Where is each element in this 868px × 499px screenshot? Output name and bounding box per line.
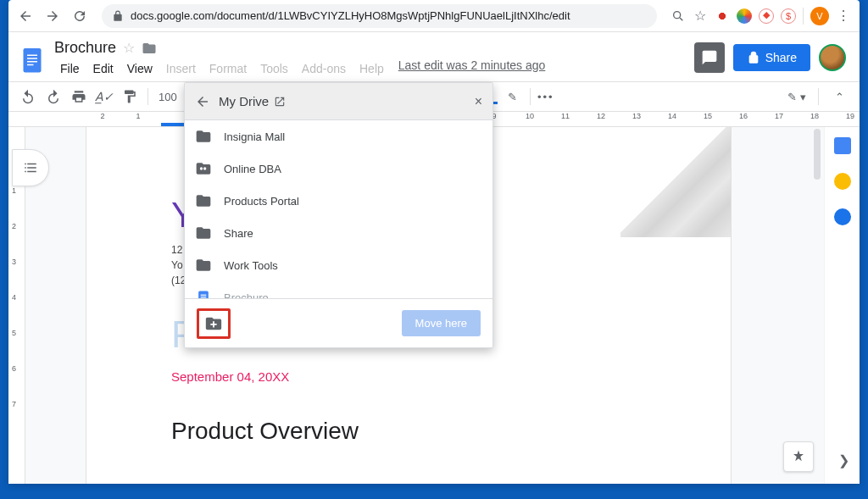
folder-item[interactable]: Brochure — [185, 281, 492, 298]
svg-rect-4 — [27, 58, 37, 59]
chrome-menu-icon[interactable]: ⋮ — [836, 8, 851, 24]
tasks-icon[interactable] — [834, 208, 851, 225]
keep-icon[interactable] — [834, 173, 851, 190]
share-label: Share — [765, 51, 797, 64]
profile-avatar[interactable]: V — [810, 7, 829, 25]
menu-addons[interactable]: Add-ons — [296, 58, 352, 79]
move-dialog: My Drive × Insignia MallOnline DBAProduc… — [184, 82, 493, 348]
move-here-button[interactable]: Move here — [402, 310, 481, 336]
redo-button[interactable] — [42, 86, 64, 108]
star-outline-icon[interactable]: ☆ — [123, 40, 135, 56]
forward-button[interactable] — [41, 4, 64, 28]
menu-edit[interactable]: Edit — [87, 58, 120, 79]
folder-item[interactable]: Work Tools — [185, 249, 492, 281]
undo-button[interactable] — [17, 86, 39, 108]
svg-point-8 — [203, 167, 206, 169]
move-dialog-title: My Drive — [219, 94, 269, 108]
zoom-select[interactable]: 100 — [155, 91, 181, 103]
folder-item[interactable]: Insignia Mall — [185, 120, 492, 152]
svg-point-7 — [200, 167, 203, 169]
menu-insert[interactable]: Insert — [160, 58, 202, 79]
folder-item[interactable]: Products Portal — [185, 185, 492, 217]
menu-format[interactable]: Format — [203, 58, 253, 79]
svg-rect-2 — [24, 48, 42, 73]
menu-file[interactable]: File — [54, 58, 86, 79]
open-drive-icon[interactable] — [274, 96, 286, 108]
star-icon[interactable]: ☆ — [693, 8, 708, 24]
lock-icon — [112, 10, 124, 22]
highlight-button[interactable]: ✎ — [501, 86, 523, 108]
menu-view[interactable]: View — [121, 58, 159, 79]
paint-format-button[interactable] — [119, 86, 141, 108]
editing-mode-button[interactable]: ✎ ▾ — [786, 86, 808, 108]
svg-rect-11 — [201, 297, 207, 297]
url-text: docs.google.com/document/d/1LWBvCYIYZLHy… — [131, 9, 570, 22]
docs-logo-icon[interactable] — [17, 41, 47, 81]
print-button[interactable] — [68, 86, 90, 108]
menu-tools[interactable]: Tools — [254, 58, 294, 79]
section-heading: Product Overview — [171, 418, 646, 445]
comments-button[interactable] — [694, 42, 725, 73]
menu-help[interactable]: Help — [353, 58, 390, 79]
svg-rect-3 — [27, 55, 37, 57]
url-bar[interactable]: docs.google.com/document/d/1LWBvCYIYZLHy… — [102, 4, 657, 28]
folder-icon[interactable] — [142, 41, 157, 56]
share-button[interactable]: Share — [733, 44, 810, 71]
calendar-icon[interactable] — [834, 137, 851, 154]
new-folder-button[interactable] — [197, 308, 231, 339]
document-title[interactable]: Brochure — [54, 39, 116, 57]
decorative-corner — [620, 127, 731, 237]
close-button[interactable]: × — [475, 94, 482, 109]
last-edit-link[interactable]: Last edit was 2 minutes ago — [398, 58, 546, 79]
document-date: September 04, 20XX — [171, 369, 646, 384]
svg-point-0 — [674, 11, 681, 18]
svg-line-1 — [680, 18, 682, 20]
svg-rect-6 — [27, 64, 34, 66]
svg-rect-5 — [27, 61, 37, 63]
collapse-toolbar-button[interactable]: ⌃ — [829, 86, 851, 108]
zoom-icon[interactable] — [670, 8, 686, 24]
reload-button[interactable] — [68, 4, 92, 28]
more-toolbar-button[interactable]: ••• — [537, 91, 554, 103]
extension-icon-4[interactable]: $ — [781, 8, 796, 24]
spellcheck-button[interactable]: A̲✓ — [93, 86, 115, 108]
folder-item[interactable]: Share — [185, 217, 492, 249]
side-panel — [824, 127, 860, 484]
explore-button[interactable] — [783, 441, 814, 472]
lock-icon — [747, 51, 760, 64]
extension-icon-3[interactable]: ◆ — [759, 8, 774, 24]
document-outline-button[interactable] — [12, 149, 49, 186]
user-avatar[interactable] — [819, 44, 846, 71]
back-icon[interactable] — [195, 94, 210, 109]
svg-rect-10 — [201, 295, 207, 296]
side-panel-toggle[interactable]: ❯ — [838, 452, 849, 469]
vertical-scrollbar[interactable] — [812, 127, 822, 484]
back-button[interactable] — [14, 4, 37, 28]
folder-item[interactable]: Online DBA — [185, 152, 492, 185]
extension-icon-1[interactable] — [715, 8, 730, 24]
extension-icon-2[interactable] — [737, 8, 752, 24]
